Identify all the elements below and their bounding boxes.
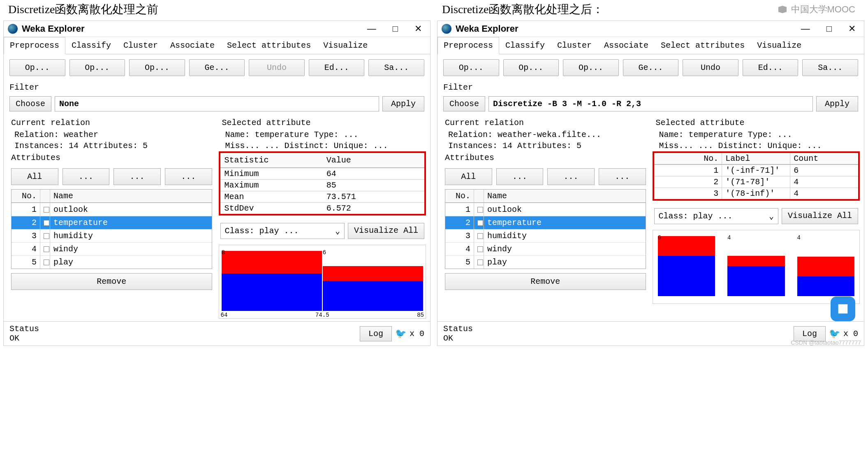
- edit-button[interactable]: Ed...: [743, 59, 799, 76]
- remove-button[interactable]: Remove: [11, 273, 212, 290]
- attr-all-button[interactable]: All: [445, 168, 492, 185]
- tab-visualize[interactable]: Visualize: [751, 37, 808, 54]
- checkbox[interactable]: [44, 220, 49, 226]
- attr-col-check: [40, 190, 50, 202]
- filter-label: Filter: [4, 81, 430, 94]
- tab-preprocess[interactable]: Preprocess: [4, 37, 65, 54]
- minimize-button[interactable]: —: [801, 23, 810, 34]
- checkbox[interactable]: [477, 233, 483, 239]
- generate-button[interactable]: Ge...: [623, 59, 679, 76]
- log-button[interactable]: Log: [360, 326, 392, 341]
- status-label: Status: [9, 324, 360, 334]
- tabs: Preprocess Classify Cluster Associate Se…: [437, 37, 864, 54]
- selected-attr-title: Selected attribute: [653, 116, 860, 129]
- checkbox[interactable]: [44, 246, 49, 252]
- open-file-button[interactable]: Op...: [443, 59, 499, 76]
- attr-row[interactable]: 3humidity: [445, 229, 646, 242]
- stat-col-stat: Statistic: [220, 153, 322, 167]
- visualize-all-button[interactable]: Visualize All: [348, 223, 424, 239]
- checkbox[interactable]: [44, 233, 49, 239]
- save-button[interactable]: Sa...: [802, 59, 858, 76]
- tab-visualize[interactable]: Visualize: [317, 37, 374, 54]
- log-button[interactable]: Log: [794, 326, 826, 341]
- selected-attr-title: Selected attribute: [219, 116, 426, 129]
- tab-classify[interactable]: Classify: [65, 37, 117, 54]
- edit-button[interactable]: Ed...: [309, 59, 365, 76]
- tab-cluster[interactable]: Cluster: [551, 37, 598, 54]
- video-play-icon[interactable]: [831, 297, 855, 321]
- checkbox[interactable]: [44, 207, 49, 213]
- attr-pattern-button[interactable]: ...: [165, 168, 212, 185]
- weka-window-after: Weka Explorer — □ ✕ Preprocess Classify …: [437, 21, 864, 346]
- tab-classify[interactable]: Classify: [499, 37, 551, 54]
- tab-select-attributes[interactable]: Select attributes: [655, 37, 751, 54]
- stat-col-value: Value: [322, 153, 424, 167]
- maximize-button[interactable]: □: [393, 23, 398, 34]
- generate-button[interactable]: Ge...: [189, 59, 245, 76]
- checkbox[interactable]: [477, 246, 483, 252]
- attr-row[interactable]: 2temperature: [12, 216, 212, 229]
- open-file-button[interactable]: Op...: [9, 59, 65, 76]
- open-db-button[interactable]: Op...: [129, 59, 185, 76]
- attr-row[interactable]: 4windy: [445, 242, 646, 255]
- watermark: CSDN @taotaotao7777777: [791, 339, 861, 346]
- apply-filter-button[interactable]: Apply: [382, 96, 424, 111]
- close-button[interactable]: ✕: [848, 23, 856, 34]
- tab-associate[interactable]: Associate: [598, 37, 655, 54]
- attr-invert-button[interactable]: ...: [113, 168, 161, 185]
- tab-cluster[interactable]: Cluster: [117, 37, 164, 54]
- apply-filter-button[interactable]: Apply: [816, 96, 858, 111]
- attr-col-name: Name: [50, 190, 212, 202]
- attr-pattern-button[interactable]: ...: [599, 168, 646, 185]
- save-button[interactable]: Sa...: [368, 59, 424, 76]
- attributes-title: Attributes: [8, 151, 215, 164]
- activity-count: x 0: [410, 329, 424, 338]
- visualize-all-button[interactable]: Visualize All: [782, 208, 858, 224]
- relation-line: Relation: weather: [8, 129, 215, 140]
- remove-button[interactable]: Remove: [445, 273, 646, 290]
- tab-preprocess[interactable]: Preprocess: [437, 37, 499, 54]
- chevron-down-icon: ⌄: [769, 211, 774, 221]
- choose-filter-button[interactable]: Choose: [443, 96, 485, 111]
- open-url-button[interactable]: Op...: [69, 59, 125, 76]
- relation-line: Relation: weather-weka.filte...: [442, 129, 649, 140]
- mooc-logo: 中国大学MOOC: [776, 3, 855, 16]
- filter-input[interactable]: None: [55, 96, 379, 111]
- attr-none-button[interactable]: ...: [62, 168, 110, 185]
- attr-all-button[interactable]: All: [11, 168, 58, 185]
- checkbox[interactable]: [477, 260, 483, 265]
- open-db-button[interactable]: Op...: [563, 59, 619, 76]
- minimize-button[interactable]: —: [367, 23, 376, 34]
- attr-row[interactable]: 2temperature: [445, 216, 646, 229]
- attr-row[interactable]: 4windy: [12, 242, 212, 255]
- choose-filter-button[interactable]: Choose: [9, 96, 51, 111]
- weka-window-before: Weka Explorer — □ ✕ Preprocess Classify …: [3, 21, 431, 346]
- weka-icon: [442, 24, 451, 34]
- filter-label: Filter: [437, 81, 864, 94]
- tab-associate[interactable]: Associate: [164, 37, 221, 54]
- stat-col-no: No.: [654, 153, 722, 164]
- close-button[interactable]: ✕: [414, 23, 422, 34]
- attr-invert-button[interactable]: ...: [547, 168, 595, 185]
- window-title: Weka Explorer: [456, 23, 801, 34]
- attr-row[interactable]: 5play: [12, 255, 212, 269]
- undo-button[interactable]: Undo: [249, 59, 305, 76]
- attr-none-button[interactable]: ...: [496, 168, 544, 185]
- undo-button[interactable]: Undo: [683, 59, 738, 76]
- histogram-chart: 8 6 64 74.5 85: [219, 245, 426, 319]
- checkbox[interactable]: [477, 207, 483, 213]
- checkbox[interactable]: [44, 260, 49, 265]
- attr-row[interactable]: 3humidity: [12, 229, 212, 242]
- attr-row[interactable]: 1outlook: [445, 203, 646, 216]
- open-url-button[interactable]: Op...: [503, 59, 559, 76]
- attributes-title: Attributes: [442, 151, 649, 164]
- maximize-button[interactable]: □: [826, 23, 832, 34]
- attr-row[interactable]: 5play: [445, 255, 646, 269]
- checkbox[interactable]: [477, 220, 483, 226]
- statistics-table: Statistic Value Minimum64 Maximum85 Mean…: [219, 151, 426, 216]
- attr-row[interactable]: 1outlook: [12, 203, 212, 216]
- class-select[interactable]: Class: play ...⌄: [220, 223, 345, 239]
- class-select[interactable]: Class: play ...⌄: [654, 208, 778, 224]
- filter-input[interactable]: Discretize -B 3 -M -1.0 -R 2,3: [488, 96, 813, 111]
- tab-select-attributes[interactable]: Select attributes: [221, 37, 317, 54]
